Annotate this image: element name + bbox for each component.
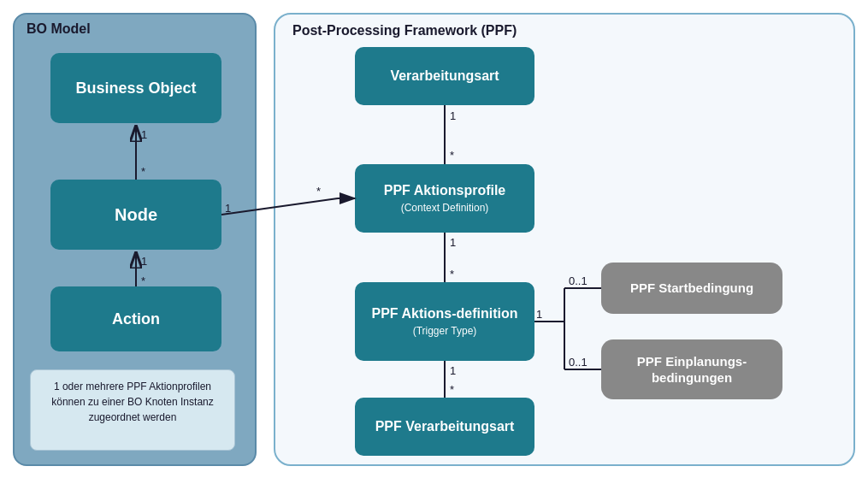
action-box: Action bbox=[50, 286, 221, 351]
aktionsprofile-box: PPF Aktionsprofile (Context Definition) bbox=[355, 164, 534, 233]
ppf-label: Post-Processing Framework (PPF) bbox=[292, 23, 517, 38]
main-container: BO Model Post-Processing Framework (PPF)… bbox=[0, 0, 868, 478]
startbedingung-box: PPF Startbedingung bbox=[601, 263, 782, 314]
business-object-box: Business Object bbox=[50, 53, 221, 123]
note-box: 1 oder mehrere PPF Aktionprofilen können… bbox=[30, 369, 235, 451]
verarbeitungsart-box: Verarbeitungsart bbox=[355, 47, 534, 105]
bo-model-label: BO Model bbox=[27, 21, 91, 37]
einplanungs-box: PPF Einplanungs-bedingungen bbox=[601, 339, 782, 399]
node-box: Node bbox=[50, 180, 221, 250]
aktionsdefinition-box: PPF Aktions-definition (Trigger Type) bbox=[355, 282, 534, 361]
ppf-verarbeitungsart-box: PPF Verarbeitungsart bbox=[355, 398, 534, 456]
